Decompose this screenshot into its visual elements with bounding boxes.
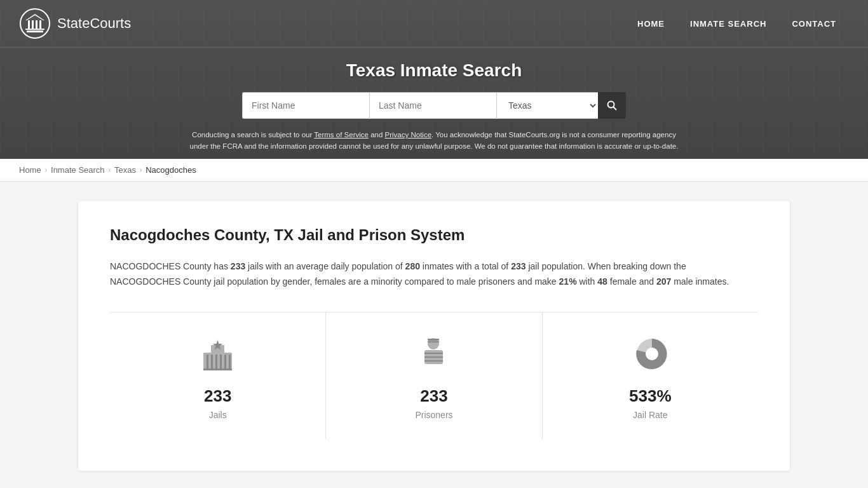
logo-text: StateCourts	[57, 15, 131, 32]
disclaimer-text: Conducting a search is subject to our Te…	[186, 129, 682, 152]
svg-rect-15	[211, 355, 213, 369]
jail-icon	[196, 332, 240, 376]
search-bar: Select State Alabama Alaska Texas	[13, 92, 855, 119]
svg-point-0	[20, 9, 50, 38]
last-name-input[interactable]	[369, 92, 496, 119]
svg-point-29	[646, 348, 658, 360]
svg-rect-23	[428, 341, 439, 342]
stat-prisoners: 233 Prisoners	[326, 313, 542, 439]
svg-rect-3	[28, 20, 30, 29]
svg-marker-8	[27, 15, 43, 20]
svg-point-9	[608, 102, 614, 108]
svg-rect-19	[229, 355, 231, 369]
jails-number: 233	[123, 386, 313, 406]
navigation: StateCourts HOME INMATE SEARCH CONTACT	[0, 0, 868, 48]
logo-link[interactable]: StateCourts	[19, 8, 131, 39]
prisoner-icon	[412, 332, 456, 376]
main-content: Nacogdoches County, TX Jail and Prison S…	[65, 201, 803, 471]
search-button[interactable]	[598, 92, 626, 119]
svg-rect-16	[215, 355, 217, 369]
svg-rect-22	[428, 339, 439, 341]
breadcrumb-sep-3: ›	[140, 166, 142, 173]
breadcrumb-sep-1: ›	[45, 166, 47, 173]
svg-rect-26	[424, 356, 443, 358]
hero-title: Texas Inmate Search	[13, 60, 855, 81]
svg-rect-20	[203, 369, 232, 370]
breadcrumb: Home › Inmate Search › Texas › Nacogdoch…	[0, 159, 868, 182]
svg-rect-1	[27, 30, 43, 32]
prisoners-label: Prisoners	[339, 410, 529, 420]
svg-rect-17	[220, 355, 222, 369]
breadcrumb-current: Nacogdoches	[146, 165, 196, 175]
svg-rect-25	[424, 353, 443, 354]
logo-icon	[19, 8, 51, 39]
svg-rect-4	[32, 20, 34, 29]
svg-line-10	[614, 107, 617, 111]
card-title: Nacogdoches County, TX Jail and Prison S…	[110, 226, 758, 244]
breadcrumb-sep-2: ›	[109, 166, 111, 173]
card-description: NACOGDOCHES County has 233 jails with an…	[110, 259, 758, 290]
nav-contact[interactable]: CONTACT	[779, 13, 849, 35]
svg-rect-2	[25, 29, 44, 30]
terms-link[interactable]: Terms of Service	[314, 131, 369, 139]
breadcrumb-texas[interactable]: Texas	[114, 165, 136, 175]
header: StateCourts HOME INMATE SEARCH CONTACT T…	[0, 0, 868, 159]
chart-icon	[628, 332, 672, 376]
jail-rate-label: Jail Rate	[555, 410, 745, 420]
jails-label: Jails	[123, 410, 313, 420]
jail-rate-number: 533%	[555, 386, 745, 406]
nav-home[interactable]: HOME	[625, 13, 677, 35]
breadcrumb-home[interactable]: Home	[19, 165, 41, 175]
nav-links: HOME INMATE SEARCH CONTACT	[625, 13, 849, 35]
search-icon	[607, 100, 617, 111]
svg-rect-27	[424, 360, 443, 362]
privacy-link[interactable]: Privacy Notice	[385, 131, 432, 139]
breadcrumb-inmate-search[interactable]: Inmate Search	[51, 165, 105, 175]
content-card: Nacogdoches County, TX Jail and Prison S…	[78, 201, 790, 471]
svg-rect-6	[39, 20, 41, 29]
first-name-input[interactable]	[242, 92, 369, 119]
stats-row: 233 Jails	[110, 312, 758, 439]
stat-jail-rate: 533% Jail Rate	[543, 313, 758, 439]
svg-rect-18	[224, 355, 226, 369]
svg-rect-5	[36, 20, 37, 29]
prisoners-number: 233	[339, 386, 529, 406]
state-select[interactable]: Select State Alabama Alaska Texas	[496, 92, 598, 119]
svg-rect-14	[207, 355, 208, 369]
stat-jails: 233 Jails	[110, 313, 326, 439]
nav-inmate-search[interactable]: INMATE SEARCH	[677, 13, 779, 35]
hero-section: Texas Inmate Search Select State Alabama…	[0, 48, 868, 159]
